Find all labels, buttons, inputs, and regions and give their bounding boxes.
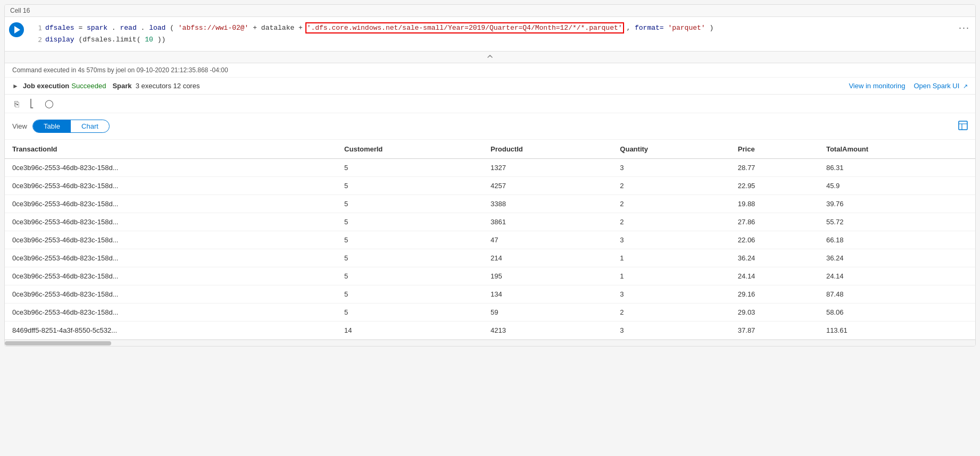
- table-row: 0ce3b96c-2553-46db-823c-158d...53388219.…: [5, 195, 975, 213]
- code-plus1: + datalake +: [253, 24, 306, 32]
- filter-icon[interactable]: ⎣: [28, 98, 36, 109]
- table-row: 0ce3b96c-2553-46db-823c-158d...5134329.1…: [5, 285, 975, 303]
- table-cell: 3861: [483, 213, 612, 231]
- run-button[interactable]: [9, 22, 24, 37]
- data-table: TransactionIdCustomerIdProductIdQuantity…: [5, 140, 975, 340]
- cell-container: Cell 16 1 2 dfsales = spark . read . loa…: [4, 4, 976, 347]
- table-cell: 45.9: [819, 177, 975, 195]
- table-cell: 86.31: [819, 159, 975, 177]
- table-cell: 4213: [483, 322, 612, 340]
- table-column-header: Quantity: [612, 140, 730, 159]
- more-options-button[interactable]: ···: [959, 22, 970, 33]
- table-cell: 5: [337, 159, 483, 177]
- code-assign: =: [78, 24, 87, 32]
- collapse-button[interactable]: [5, 52, 975, 63]
- table-cell: 214: [483, 249, 612, 267]
- table-row: 0ce3b96c-2553-46db-823c-158d...5195124.1…: [5, 267, 975, 285]
- table-column-header: ProductId: [483, 140, 612, 159]
- table-cell: 5: [337, 177, 483, 195]
- table-cell: 22.06: [730, 231, 819, 249]
- expand-arrow-icon[interactable]: ►: [12, 82, 19, 90]
- job-actions: View in monitoring Open Spark UI ↗: [849, 82, 968, 90]
- spark-info: Spark 3 executors 12 cores: [112, 82, 200, 90]
- code-str-abfss: 'abfss://wwi-02@': [178, 24, 249, 32]
- table-cell: 5: [337, 285, 483, 303]
- table-cell: 8469dff5-8251-4a3f-8550-5c532...: [5, 322, 337, 340]
- cell-header: Cell 16: [5, 5, 975, 17]
- table-cell: 28.77: [730, 159, 819, 177]
- table-cell: 3: [612, 285, 730, 303]
- code-content: dfsales = spark . read . load ( 'abfss:/…: [45, 17, 975, 51]
- table-cell: 2: [612, 303, 730, 322]
- table-header: TransactionIdCustomerIdProductIdQuantity…: [5, 140, 975, 159]
- table-cell: 5: [337, 303, 483, 322]
- table-cell: 4257: [483, 177, 612, 195]
- table-cell: 0ce3b96c-2553-46db-823c-158d...: [5, 213, 337, 231]
- code-line-1: dfsales = spark . read . load ( 'abfss:/…: [45, 22, 975, 34]
- table-cell: 1: [612, 267, 730, 285]
- svg-rect-0: [959, 121, 967, 130]
- open-spark-ui-link[interactable]: Open Spark UI ↗: [913, 82, 968, 90]
- table-cell: 3: [612, 231, 730, 249]
- job-execution-label: Job execution: [23, 82, 69, 90]
- external-link-icon: ↗: [963, 83, 968, 89]
- code-paren3: (dfsales.limit(: [78, 36, 140, 44]
- job-status-succeeded: Succeeded: [71, 82, 106, 90]
- table-cell: 2: [612, 177, 730, 195]
- table-cell: 19.88: [730, 195, 819, 213]
- table-cell: 0ce3b96c-2553-46db-823c-158d...: [5, 249, 337, 267]
- view-table-button[interactable]: Table: [33, 120, 71, 132]
- table-cell: 24.14: [730, 267, 819, 285]
- table-cell: 37.87: [730, 322, 819, 340]
- table-cell: 134: [483, 285, 612, 303]
- table-cell: 66.18: [819, 231, 975, 249]
- table-row: 8469dff5-8251-4a3f-8550-5c532...14421333…: [5, 322, 975, 340]
- table-cell: 0ce3b96c-2553-46db-823c-158d...: [5, 303, 337, 322]
- table-cell: 5: [337, 231, 483, 249]
- table-cell: 3388: [483, 195, 612, 213]
- table-cell: 29.16: [730, 285, 819, 303]
- table-column-header: TotalAmount: [819, 140, 975, 159]
- table-cell: 0ce3b96c-2553-46db-823c-158d...: [5, 231, 337, 249]
- table-cell: 47: [483, 231, 612, 249]
- code-comma: ,: [626, 24, 635, 32]
- code-limit-num: 10: [145, 36, 153, 44]
- table-cell: 5: [337, 195, 483, 213]
- table-cell: 36.24: [819, 249, 975, 267]
- code-str-path-highlight: '.dfs.core.windows.net/sale-small/Year=2…: [307, 24, 622, 32]
- view-chart-button[interactable]: Chart: [71, 120, 109, 132]
- code-line-2: display (dfsales.limit( 10 )): [45, 34, 975, 46]
- data-table-wrapper: TransactionIdCustomerIdProductIdQuantity…: [5, 140, 975, 340]
- clear-icon[interactable]: ◯: [43, 98, 56, 109]
- view-monitoring-link[interactable]: View in monitoring: [849, 82, 905, 90]
- table-cell: 58.06: [819, 303, 975, 322]
- play-icon: [14, 26, 20, 33]
- table-column-header: CustomerId: [337, 140, 483, 159]
- table-cell: 3: [612, 322, 730, 340]
- table-column-header: Price: [730, 140, 819, 159]
- table-cell: 0ce3b96c-2553-46db-823c-158d...: [5, 267, 337, 285]
- code-read: read: [120, 24, 136, 32]
- table-settings-icon[interactable]: [958, 121, 968, 132]
- code-paren4: )): [157, 36, 166, 44]
- table-cell: 5: [337, 213, 483, 231]
- table-cell: 5: [337, 249, 483, 267]
- execution-info-text: Command executed in 4s 570ms by joel on …: [12, 66, 228, 74]
- view-section: View Table Chart: [5, 113, 975, 140]
- table-cell: 2: [612, 213, 730, 231]
- table-cell: 0ce3b96c-2553-46db-823c-158d...: [5, 285, 337, 303]
- open-spark-ui-label: Open Spark UI: [913, 82, 959, 90]
- table-cell: 113.61: [819, 322, 975, 340]
- copy-icon[interactable]: ⎘: [12, 98, 21, 109]
- table-cell: 0ce3b96c-2553-46db-823c-158d...: [5, 159, 337, 177]
- table-cell: 2: [612, 195, 730, 213]
- table-cell: 22.95: [730, 177, 819, 195]
- scrollbar-thumb[interactable]: [5, 341, 111, 345]
- table-cell: 27.86: [730, 213, 819, 231]
- table-row: 0ce3b96c-2553-46db-823c-158d...559229.03…: [5, 303, 975, 322]
- scrollbar[interactable]: [5, 340, 975, 346]
- table-column-header: TransactionId: [5, 140, 337, 159]
- code-format-kw: format=: [635, 24, 664, 32]
- toolbar: ⎘ ⎣ ◯: [5, 95, 975, 113]
- table-cell: 29.03: [730, 303, 819, 322]
